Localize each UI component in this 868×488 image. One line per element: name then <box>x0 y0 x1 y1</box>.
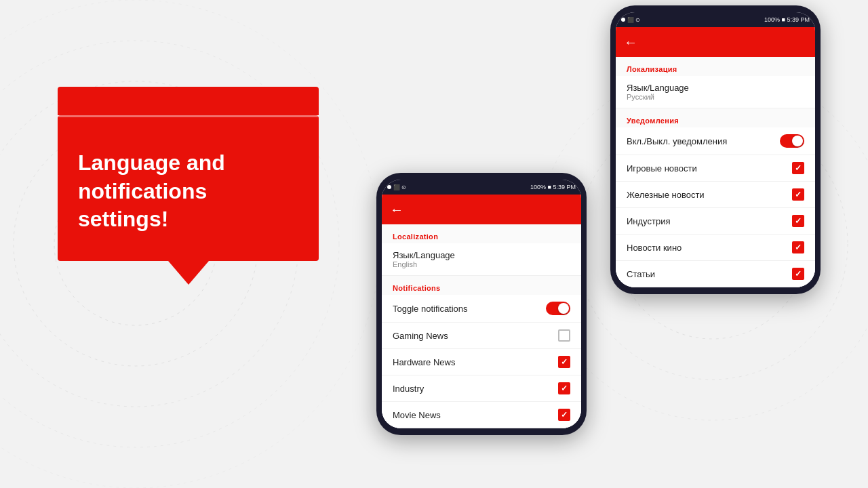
phone-1-gaming-news-item[interactable]: Gaming News <box>382 323 581 349</box>
phone-1-topbar: ← <box>382 195 581 224</box>
phone-1-movie-news-checkbox[interactable]: ✓ <box>558 409 570 421</box>
status-dot-2 <box>621 18 625 22</box>
phone-1-movie-news-item[interactable]: Movie News ✓ <box>382 402 581 428</box>
phone-2-outer: ⬛ ⊙ 100% ■ 5:39 PM ← Локализация Язык/La… <box>610 5 821 294</box>
speech-bubble-top <box>58 87 319 115</box>
phone-1-gaming-news-checkbox[interactable] <box>558 329 570 342</box>
phone-1-section-notifications: Notifications <box>382 276 581 295</box>
phone-2-gaming-news-item[interactable]: Игровые новости ✓ <box>616 155 815 182</box>
phone-2-gaming-news-checkmark: ✓ <box>795 164 802 172</box>
phone-2-hardware-news-text: Железные новости <box>627 190 705 200</box>
phone-2-language-text: Язык/Language Русский <box>627 83 689 101</box>
phone-2-content: Локализация Язык/Language Русский Уведом… <box>616 57 815 287</box>
phone-2-industry-title: Индустрия <box>627 216 670 226</box>
phone-2-back-button[interactable]: ← <box>624 35 637 50</box>
phone-2-language-title: Язык/Language <box>627 83 689 93</box>
phone-1-toggle-text: Toggle notifications <box>393 304 468 314</box>
speech-bubble-tail <box>168 261 209 285</box>
phone-2-industry-checkbox[interactable]: ✓ <box>792 215 804 227</box>
phone-2-movie-news-text: Новости кино <box>627 243 682 253</box>
speech-bubble-text: Language and notifications settings! <box>78 150 225 231</box>
phone-1-industry-item[interactable]: Industry ✓ <box>382 375 581 402</box>
phone-2-industry-text: Индустрия <box>627 216 670 226</box>
phone-2-topbar: ← <box>616 27 815 57</box>
phone-2-articles-checkbox[interactable]: ✓ <box>792 268 804 280</box>
phone-1-hardware-news-text: Hardware News <box>393 357 455 367</box>
phone-1-language-text: Язык/Language English <box>393 250 455 268</box>
phone-2-status-right: 100% ■ 5:39 PM <box>764 16 810 23</box>
phone-1-status-bar: ⬛ ⊙ 100% ■ 5:39 PM <box>382 180 581 195</box>
phone-2-movie-news-checkbox[interactable]: ✓ <box>792 241 804 253</box>
phone-1-content: Localization Язык/Language English Notif… <box>382 224 581 428</box>
phone-2-gaming-news-title: Игровые новости <box>627 163 697 174</box>
phone-1-industry-title: Industry <box>393 384 424 394</box>
phone-2-screen: ⬛ ⊙ 100% ■ 5:39 PM ← Локализация Язык/La… <box>616 12 815 287</box>
phone-1-hardware-news-checkmark: ✓ <box>561 358 568 366</box>
phone-2-industry-item[interactable]: Индустрия ✓ <box>616 208 815 235</box>
phone-1-back-button[interactable]: ← <box>390 202 403 218</box>
phone-2-articles-item[interactable]: Статьи ✓ <box>616 261 815 287</box>
phone-2-hardware-news-checkmark: ✓ <box>795 190 802 199</box>
phone-1-status-text: 100% ■ 5:39 PM <box>530 184 576 190</box>
speech-bubble: Language and notifications settings! <box>58 115 319 285</box>
phone-2-articles-title: Статьи <box>627 269 655 279</box>
phone-2-articles-text: Статьи <box>627 269 655 279</box>
phone-1-status-left: ⬛ ⊙ <box>387 184 406 190</box>
phone-2-status-left: ⬛ ⊙ <box>621 17 640 23</box>
phone-2-hardware-news-checkbox[interactable]: ✓ <box>792 188 804 201</box>
phone-2-toggle-item[interactable]: Вкл./Выкл. уведомления <box>616 127 815 155</box>
phone-1-language-item[interactable]: Язык/Language English <box>382 243 581 276</box>
phone-1-toggle-item[interactable]: Toggle notifications <box>382 295 581 323</box>
phone-1-movie-news-title: Movie News <box>393 410 441 420</box>
phone-1-hardware-news-checkbox[interactable]: ✓ <box>558 356 570 368</box>
status-icons-1: ⬛ ⊙ <box>393 184 406 190</box>
phone-1-gaming-news-title: Gaming News <box>393 331 448 341</box>
phone-1-language-title: Язык/Language <box>393 250 455 260</box>
phone-1-toggle-switch[interactable] <box>546 302 570 315</box>
status-icons-2: ⬛ ⊙ <box>627 17 640 23</box>
phone-2-industry-checkmark: ✓ <box>795 217 802 225</box>
phone-2-language-sub: Русский <box>627 93 689 101</box>
phone-2-toggle-switch[interactable] <box>780 134 804 148</box>
phone-2-section-localization: Локализация <box>616 57 815 76</box>
phone-1-industry-checkmark: ✓ <box>561 384 568 392</box>
phone-1-industry-checkbox[interactable]: ✓ <box>558 382 570 394</box>
phone-2-articles-checkmark: ✓ <box>795 270 802 278</box>
phone-2-movie-news-title: Новости кино <box>627 243 682 253</box>
phone-1-toggle-title: Toggle notifications <box>393 304 468 314</box>
phone-1-hardware-news-item[interactable]: Hardware News ✓ <box>382 349 581 375</box>
phone-2-language-item[interactable]: Язык/Language Русский <box>616 76 815 108</box>
phone-1: ⬛ ⊙ 100% ■ 5:39 PM ← Localization Язык/L… <box>376 173 587 435</box>
phone-1-movie-news-checkmark: ✓ <box>561 411 568 419</box>
phone-1-status-right: 100% ■ 5:39 PM <box>530 184 576 190</box>
speech-bubble-divider <box>58 115 319 117</box>
phone-2-toggle-title: Вкл./Выкл. уведомления <box>627 136 727 146</box>
phone-2-hardware-news-item[interactable]: Железные новости ✓ <box>616 182 815 208</box>
speech-bubble-body: Language and notifications settings! <box>58 115 319 261</box>
phone-2-movie-news-checkmark: ✓ <box>795 243 802 251</box>
phone-1-gaming-news-text: Gaming News <box>393 331 448 341</box>
phone-2-toggle-knob <box>792 136 803 146</box>
phone-1-screen: ⬛ ⊙ 100% ■ 5:39 PM ← Localization Язык/L… <box>382 180 581 428</box>
phone-1-section-localization: Localization <box>382 224 581 243</box>
phone-2-movie-news-item[interactable]: Новости кино ✓ <box>616 235 815 261</box>
phone-1-industry-text: Industry <box>393 384 424 394</box>
phone-2-gaming-news-checkbox[interactable]: ✓ <box>792 162 804 174</box>
phone-1-outer: ⬛ ⊙ 100% ■ 5:39 PM ← Localization Язык/L… <box>376 173 587 435</box>
phone-2-toggle-text: Вкл./Выкл. уведомления <box>627 136 727 146</box>
phone-1-toggle-knob <box>558 303 569 314</box>
phone-2-status-text: 100% ■ 5:39 PM <box>764 16 810 23</box>
phone-2-hardware-news-title: Железные новости <box>627 190 705 200</box>
phone-2-status-bar: ⬛ ⊙ 100% ■ 5:39 PM <box>616 12 815 27</box>
phone-1-hardware-news-title: Hardware News <box>393 357 455 367</box>
status-dot-1 <box>387 185 391 189</box>
phone-1-language-sub: English <box>393 260 455 268</box>
phone-2: ⬛ ⊙ 100% ■ 5:39 PM ← Локализация Язык/La… <box>610 5 821 294</box>
phone-2-gaming-news-text: Игровые новости <box>627 163 697 174</box>
phone-2-section-notifications: Уведомления <box>616 108 815 127</box>
phone-1-movie-news-text: Movie News <box>393 410 441 420</box>
